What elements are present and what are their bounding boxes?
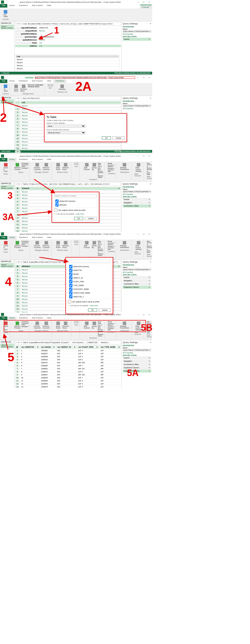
row-number[interactable]: 8 [15,291,20,294]
close-button[interactable]: × [147,1,151,4]
record-value[interactable] [38,33,121,35]
tab-home[interactable]: Home [7,79,17,83]
manage-button[interactable]: Manage ▾ [22,326,28,327]
column-checkbox[interactable] [69,276,72,279]
tab-file[interactable]: File [0,4,7,8]
record-value[interactable]: Record [38,39,121,41]
data-cell[interactable]: JUF [99,386,121,388]
data-cell[interactable]: 1838481 [40,349,56,352]
first-row-headers-button[interactable]: Use First Row as Headers ▾ [98,167,104,175]
list-footer-item[interactable]: Record [16,58,119,61]
group-by-button[interactable]: Group By [91,321,98,337]
data-cell[interactable]: 1838935 [40,377,56,379]
row-number[interactable]: 3 [15,355,20,358]
data-cell[interactable]: 645 [56,361,76,364]
gear-icon[interactable]: ⚙ [149,286,150,288]
data-cell[interactable]: JUF 3 [77,386,99,388]
step-item[interactable]: Expanded Column1⚙ [123,366,151,369]
gear-icon[interactable]: ⚙ [149,205,150,207]
record-cell[interactable]: Record [21,147,121,150]
data-cell[interactable]: 645 [56,374,76,376]
close-button[interactable]: × [147,76,151,79]
row-number[interactable]: 11 [15,223,20,226]
split-column-button[interactable]: Split Column [83,163,91,178]
merge-queries-button[interactable]: Merge Queries ▾ [108,163,115,166]
row-number[interactable]: 10 [15,298,20,301]
query-name-input[interactable] [123,30,151,33]
row-number[interactable]: 5 [15,117,20,120]
formula-check-icon[interactable]: ✓ [16,23,18,25]
sort-asc-icon[interactable] [48,84,50,87]
data-cell[interactable]: 5 [20,361,39,364]
tab-transform-ctx[interactable]: Transform [53,79,66,83]
sort-asc-icon[interactable] [74,321,76,324]
manage-parameters-button[interactable]: Manage Parameters [119,240,130,249]
data-cell[interactable]: 4 [20,358,39,361]
column-header[interactable]: ABC OBJECTID ▾ [20,345,39,349]
expand-icon[interactable]: ⤢ [118,187,120,189]
replace-values-button[interactable]: Replace Values [98,175,104,178]
list-footer-item[interactable]: Record [16,67,119,70]
row-number[interactable]: 4 [15,200,20,203]
split-column-button[interactable]: Split Column [83,321,91,337]
row-number[interactable]: 15 [15,150,20,153]
data-cell[interactable]: 645 [56,365,76,367]
data-cell[interactable]: JUF 4 [77,349,99,352]
record-value[interactable]: List [38,45,121,47]
gear-icon[interactable]: ⚙ [149,370,150,372]
data-cell[interactable]: 645 [56,368,76,370]
data-cell[interactable]: 645 [56,377,76,379]
load-more-link[interactable]: Load more [90,305,98,306]
data-cell[interactable]: 11 [20,380,39,382]
step-item[interactable]: Navigation⚙ [123,201,151,204]
gear-icon[interactable]: ⚙ [149,276,150,278]
data-cell[interactable]: 645 [56,383,76,385]
remove-rows-button[interactable]: Remove Rows [61,163,70,171]
data-source-settings-button[interactable]: Data source settings [135,163,143,173]
data-cell[interactable]: 10 [20,377,39,379]
step-item[interactable]: Source⚙ [123,198,151,201]
data-cell[interactable]: JRF [99,368,121,370]
row-number[interactable]: 12 [15,383,20,385]
data-cell[interactable]: JUF [99,377,121,379]
maximize-button[interactable]: □ [142,76,146,79]
close-load-button[interactable]: Close & Load [3,321,9,331]
row-number[interactable]: 8 [15,371,20,373]
manage-parameters-button[interactable]: Manage Parameters [119,321,130,329]
formula-input[interactable] [21,23,120,25]
row-number[interactable]: 6 [15,285,20,288]
record-value[interactable]: esriGeometryPoint [38,36,121,38]
data-cell[interactable]: JUF 4 [77,355,99,358]
row-number[interactable]: 9 [15,217,20,219]
append-queries-button[interactable]: Append Queries ▾ [108,324,115,328]
into-table-button[interactable]: Into Table [3,10,9,18]
gear-icon[interactable]: ⚙ [149,367,150,369]
gear-icon[interactable]: ⚙ [149,198,150,200]
data-cell[interactable]: 645 [56,380,76,382]
data-cell[interactable]: 1838797 [40,361,56,364]
row-number[interactable]: 1 [15,349,20,352]
remove-rows-button[interactable]: Remove Rows [61,240,70,249]
step-source[interactable]: Source⚙ [123,38,151,41]
record-cell[interactable]: Record [21,104,121,107]
query-item[interactable]: query?where=1%3D1... [0,25,14,29]
tab-transform[interactable]: Transform [17,4,30,8]
record-cell[interactable]: Record [21,226,121,229]
manage-parameters-button[interactable]: Manage Parameters [119,163,130,171]
data-cell[interactable]: JUF 2 [77,352,99,355]
data-cell[interactable]: JUF 3 [77,358,99,361]
row-number[interactable]: 1 [15,190,20,193]
row-number[interactable]: 3 [15,275,20,278]
row-number[interactable]: 11 [15,301,20,304]
cancel-button[interactable]: Cancel [85,217,97,220]
row-number[interactable]: 7 [15,368,20,370]
data-cell[interactable]: JRF [99,374,121,376]
step-item[interactable]: Source⚙ [123,276,151,279]
combine-files-button[interactable]: Combine Files [108,328,115,331]
row-number[interactable]: 2 [15,272,20,274]
column1-header[interactable]: Column1 ⤢ [21,187,121,190]
sort-asc-icon[interactable] [74,163,76,165]
keep-rows-button[interactable]: Keep Rows [55,240,61,249]
recent-sources-button[interactable]: Recent Sources ▾ [147,326,152,331]
row-number[interactable]: 11 [15,137,20,140]
